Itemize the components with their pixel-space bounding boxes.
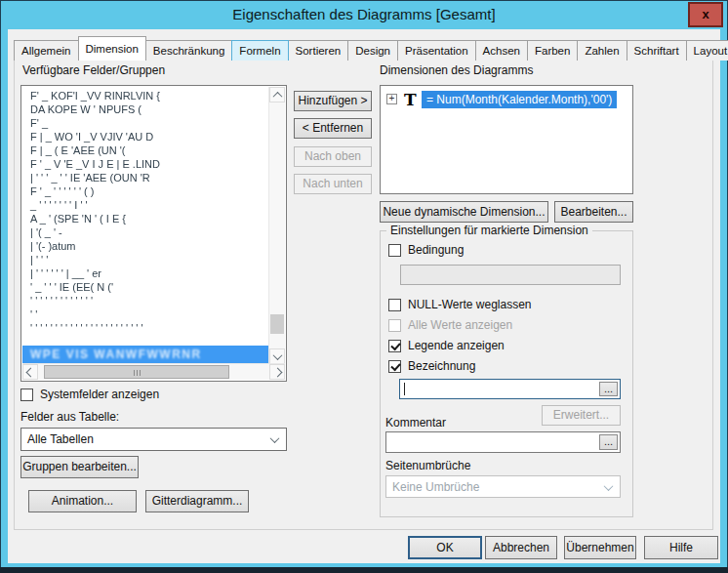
field-list-item[interactable]: F ' _ ' ' ' ' ' ' ( )	[22, 184, 268, 198]
table-filter-label: Felder aus Tabelle:	[20, 410, 119, 424]
field-list-item[interactable]: F' _ KOF'I _VV RINRLVIN {	[22, 89, 268, 102]
tab-dimension[interactable]: Dimension	[78, 36, 146, 61]
label-checkbox[interactable]: Bezeichnung	[388, 359, 475, 374]
available-fields-label: Verfügbare Felder/Gruppen	[22, 63, 165, 77]
animation-button[interactable]: Animation...	[28, 490, 137, 512]
title-bar[interactable]: Eigenschaften des Diagramms [Gesamt]	[0, 0, 728, 29]
checkbox-label: Systemfelder anzeigen	[40, 388, 159, 401]
label-input[interactable]: ...	[399, 379, 621, 399]
horizontal-scrollbar[interactable]	[22, 363, 285, 380]
systemfields-checkbox[interactable]: Systemfelder anzeigen	[20, 388, 159, 402]
field-list-item[interactable]: | '( _ ' -	[22, 225, 268, 239]
tab-allgemein[interactable]: Allgemein	[14, 40, 79, 61]
tab-page-dimension: Verfügbare Felder/Gruppen F' _ KOF'I _VV…	[14, 58, 713, 530]
tab-design[interactable]: Design	[347, 40, 398, 61]
field-list-item[interactable]: ' '	[22, 307, 268, 321]
checkbox-box-checked[interactable]	[388, 360, 401, 373]
advanced-button[interactable]: Erweitert...	[542, 405, 621, 426]
window-title: Eigenschaften des Diagramms [Gesamt]	[232, 6, 495, 22]
field-list-item[interactable]: ' ' ' ' ' ' ' ' ' ' ' ' ' ' ' ' ' ' ' ' …	[22, 321, 268, 335]
tab-farben[interactable]: Farben	[527, 40, 578, 61]
dialog-window: Eigenschaften des Diagramms [Gesamt] x A…	[0, 0, 728, 573]
group-title: Einstellungen für markierte Dimension	[386, 224, 592, 237]
tab-zahlen[interactable]: Zahlen	[577, 40, 627, 61]
label-ellipsis-button[interactable]: ...	[599, 382, 618, 396]
condition-input	[400, 265, 621, 285]
vertical-scroll-thumb[interactable]	[270, 314, 284, 334]
page-breaks-label: Seitenumbrüche	[385, 459, 470, 472]
tab-formeln[interactable]: Formeln	[231, 40, 288, 61]
table-filter-value: Alle Tabellen	[27, 432, 94, 446]
remove-button[interactable]: < Entfernen	[294, 118, 372, 139]
dimension-settings-group: Einstellungen für markierte Dimension Be…	[380, 230, 633, 517]
new-dynamic-dimension-button[interactable]: Neue dynamische Dimension...	[380, 201, 548, 223]
chevron-down-icon	[271, 432, 278, 446]
add-button[interactable]: Hinzufügen >	[294, 91, 372, 111]
show-all-values-checkbox: Alle Werte anzeigen	[388, 318, 512, 333]
field-list-item[interactable]: _ ' ' ' ' ' ' ' I ' '	[22, 198, 268, 212]
trellis-chart-button[interactable]: Gitterdiagramm...	[145, 490, 249, 512]
suppress-null-checkbox[interactable]: NULL-Werte weglassen	[388, 298, 532, 312]
checkbox-box[interactable]	[388, 244, 401, 257]
dimensions-list[interactable]: + T = Num(Month(Kalender.Month),'00')	[380, 85, 633, 194]
expander-plus-icon[interactable]: +	[386, 94, 397, 104]
window-bottom-edge	[0, 567, 728, 573]
field-list-item[interactable]: DA KOPE W ' NPUFS (	[22, 102, 268, 116]
ok-button[interactable]: OK	[408, 536, 482, 559]
field-list-item[interactable]	[22, 335, 268, 345]
apply-button[interactable]: Übernehmen	[564, 536, 636, 559]
field-list-item[interactable]: | ' ' ' ' ' ' | __ ' er	[22, 266, 268, 280]
page-breaks-select: Keine Umbrüche	[385, 475, 621, 498]
checkbox-box[interactable]	[20, 389, 33, 401]
vertical-scrollbar[interactable]	[268, 87, 285, 364]
field-list-rows: F' _ KOF'I _VV RINRLVIN {DA KOPE W ' NPU…	[22, 89, 268, 345]
close-button[interactable]: x	[688, 2, 723, 27]
show-legend-checkbox[interactable]: Legende anzeigen	[388, 339, 505, 353]
scroll-down-icon[interactable]	[269, 348, 285, 364]
available-fields-list[interactable]: F' _ KOF'I _VV RINRLVIN {DA KOPE W ' NPU…	[20, 85, 287, 382]
tab-sortieren[interactable]: Sortieren	[288, 40, 349, 61]
field-list-item[interactable]: ' _ ' ' ' IE (EE( N ('	[22, 280, 268, 294]
tab-schriftart[interactable]: Schriftart	[627, 40, 687, 61]
comment-ellipsis-button[interactable]: ...	[599, 434, 618, 450]
field-list-item[interactable]: A _ ' (SPE 'N ' ( I E {	[22, 212, 268, 225]
scroll-left-icon[interactable]	[22, 364, 38, 380]
page-breaks-value: Keine Umbrüche	[392, 480, 479, 494]
field-list-item[interactable]: F ' _ V 'E _V I J E | E .LIND	[22, 157, 268, 171]
checkbox-label: Bezeichnung	[408, 359, 475, 373]
dimension-item[interactable]: + T = Num(Month(Kalender.Month),'00')	[384, 90, 628, 111]
cancel-button[interactable]: Abbrechen	[485, 536, 557, 559]
chevron-down-icon	[605, 480, 612, 494]
dimension-expression[interactable]: = Num(Month(Kalender.Month),'00')	[422, 91, 617, 108]
field-list-item[interactable]: | ' ' ' _ ' ' IE 'AEE (OUN 'R	[22, 171, 268, 184]
checkbox-label: Legende anzeigen	[408, 339, 505, 352]
move-down-button[interactable]: Nach unten	[294, 174, 372, 194]
checkbox-label: NULL-Werte weglassen	[408, 298, 532, 311]
checkbox-label: Alle Werte anzeigen	[408, 318, 512, 332]
field-list-item[interactable]: ' ' ' ' ' ' ' ' ' ' ' ' '	[22, 294, 268, 307]
field-list-item[interactable]: F | _ WO 'I _V VJIV 'AU D	[22, 130, 268, 143]
help-button[interactable]: Hilfe	[644, 536, 718, 559]
field-list-item[interactable]: F | _ ( E 'AEE (UN '(	[22, 143, 268, 157]
text-caret	[404, 383, 405, 395]
checkbox-box-checked[interactable]	[388, 340, 401, 352]
move-up-button[interactable]: Nach oben	[294, 146, 372, 167]
tab-achsen[interactable]: Achsen	[475, 40, 528, 61]
comment-input[interactable]: ...	[385, 431, 621, 453]
condition-checkbox[interactable]: Bedingung	[388, 243, 464, 258]
field-list-item[interactable]: | '(- )atum	[22, 239, 268, 253]
scroll-up-icon[interactable]	[269, 87, 285, 102]
scroll-right-icon[interactable]	[269, 364, 285, 380]
tab-layout[interactable]: Layout	[686, 40, 728, 61]
table-filter-select[interactable]: Alle Tabellen	[20, 428, 287, 451]
horizontal-scroll-thumb[interactable]	[44, 365, 229, 379]
field-list-item[interactable]: | ' ' '	[22, 253, 268, 266]
edit-dimension-button[interactable]: Bearbeiten...	[554, 201, 633, 223]
edit-groups-button[interactable]: Gruppen bearbeiten...	[20, 456, 139, 478]
tab-prsentation[interactable]: Präsentation	[397, 40, 476, 61]
checkbox-label: Bedingung	[408, 243, 464, 257]
checkbox-box[interactable]	[388, 299, 401, 311]
field-list-item-selected[interactable]: WPE VIS WANWFWWRNR	[22, 346, 268, 363]
field-list-item[interactable]: F' _	[22, 116, 268, 130]
tab-beschrnkung[interactable]: Beschränkung	[145, 40, 233, 61]
